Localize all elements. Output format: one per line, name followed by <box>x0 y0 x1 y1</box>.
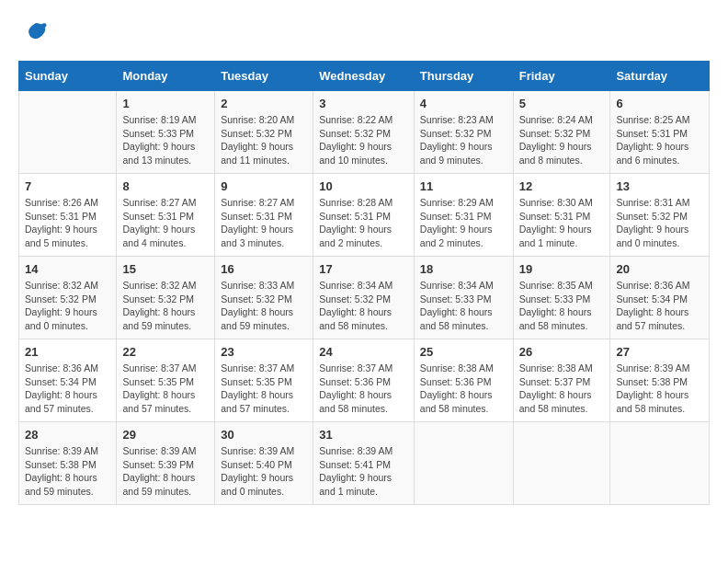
day-number: 26 <box>519 345 605 359</box>
day-cell: 14 Sunrise: 8:32 AMSunset: 5:32 PMDaylig… <box>19 257 117 339</box>
day-number: 25 <box>420 345 507 359</box>
day-cell: 24 Sunrise: 8:37 AMSunset: 5:36 PMDaylig… <box>313 339 415 422</box>
day-info: Sunrise: 8:39 AMSunset: 5:40 PMDaylight:… <box>221 444 307 499</box>
day-info: Sunrise: 8:32 AMSunset: 5:32 PMDaylight:… <box>25 279 110 333</box>
day-number: 2 <box>221 97 307 110</box>
day-number: 27 <box>616 345 703 359</box>
day-cell <box>19 91 117 174</box>
day-cell: 12 Sunrise: 8:30 AMSunset: 5:31 PMDaylig… <box>513 174 610 257</box>
day-number: 12 <box>519 179 605 193</box>
day-cell: 4 Sunrise: 8:23 AMSunset: 5:32 PMDayligh… <box>414 91 513 174</box>
day-info: Sunrise: 8:28 AMSunset: 5:31 PMDaylight:… <box>319 196 408 250</box>
header-cell-wednesday: Wednesday <box>313 62 415 91</box>
day-number: 6 <box>616 97 703 110</box>
day-cell: 21 Sunrise: 8:36 AMSunset: 5:34 PMDaylig… <box>19 339 117 422</box>
header-row: SundayMondayTuesdayWednesdayThursdayFrid… <box>19 62 710 91</box>
week-row-2: 7 Sunrise: 8:26 AMSunset: 5:31 PMDayligh… <box>19 174 710 257</box>
day-info: Sunrise: 8:35 AMSunset: 5:33 PMDaylight:… <box>519 279 605 333</box>
day-number: 1 <box>122 97 209 110</box>
day-cell: 10 Sunrise: 8:28 AMSunset: 5:31 PMDaylig… <box>313 174 415 257</box>
page-header <box>18 18 710 52</box>
day-info: Sunrise: 8:34 AMSunset: 5:33 PMDaylight:… <box>420 279 507 333</box>
day-info: Sunrise: 8:37 AMSunset: 5:35 PMDaylight:… <box>221 362 307 416</box>
day-info: Sunrise: 8:39 AMSunset: 5:38 PMDaylight:… <box>25 444 110 499</box>
day-cell: 27 Sunrise: 8:39 AMSunset: 5:38 PMDaylig… <box>610 339 710 422</box>
day-cell <box>414 422 513 505</box>
day-number: 14 <box>25 262 110 276</box>
day-cell: 19 Sunrise: 8:35 AMSunset: 5:33 PMDaylig… <box>513 257 610 339</box>
day-cell <box>513 422 610 505</box>
day-info: Sunrise: 8:30 AMSunset: 5:31 PMDaylight:… <box>519 196 605 250</box>
day-cell: 29 Sunrise: 8:39 AMSunset: 5:39 PMDaylig… <box>117 422 215 505</box>
day-info: Sunrise: 8:31 AMSunset: 5:32 PMDaylight:… <box>616 196 703 250</box>
day-number: 30 <box>221 428 307 442</box>
day-number: 9 <box>221 179 307 193</box>
day-cell: 26 Sunrise: 8:38 AMSunset: 5:37 PMDaylig… <box>513 339 610 422</box>
day-number: 11 <box>420 179 507 193</box>
day-cell: 15 Sunrise: 8:32 AMSunset: 5:32 PMDaylig… <box>117 257 215 339</box>
day-info: Sunrise: 8:39 AMSunset: 5:38 PMDaylight:… <box>616 362 703 416</box>
day-cell: 31 Sunrise: 8:39 AMSunset: 5:41 PMDaylig… <box>313 422 415 505</box>
day-cell: 9 Sunrise: 8:27 AMSunset: 5:31 PMDayligh… <box>215 174 313 257</box>
day-number: 28 <box>25 428 110 442</box>
logo-bird-icon <box>22 18 50 52</box>
calendar-header: SundayMondayTuesdayWednesdayThursdayFrid… <box>19 62 710 91</box>
day-number: 17 <box>319 262 408 276</box>
day-info: Sunrise: 8:24 AMSunset: 5:32 PMDaylight:… <box>519 113 605 167</box>
day-number: 4 <box>420 97 507 110</box>
day-number: 23 <box>221 345 307 359</box>
day-cell: 16 Sunrise: 8:33 AMSunset: 5:32 PMDaylig… <box>215 257 313 339</box>
day-number: 3 <box>319 97 408 110</box>
logo <box>18 18 50 52</box>
week-row-4: 21 Sunrise: 8:36 AMSunset: 5:34 PMDaylig… <box>19 339 710 422</box>
day-info: Sunrise: 8:33 AMSunset: 5:32 PMDaylight:… <box>221 279 307 333</box>
day-number: 29 <box>122 428 209 442</box>
day-info: Sunrise: 8:25 AMSunset: 5:31 PMDaylight:… <box>616 113 703 167</box>
calendar-table: SundayMondayTuesdayWednesdayThursdayFrid… <box>18 61 710 505</box>
day-cell: 3 Sunrise: 8:22 AMSunset: 5:32 PMDayligh… <box>313 91 415 174</box>
day-info: Sunrise: 8:27 AMSunset: 5:31 PMDaylight:… <box>122 196 209 250</box>
day-cell: 11 Sunrise: 8:29 AMSunset: 5:31 PMDaylig… <box>414 174 513 257</box>
day-number: 7 <box>25 179 110 193</box>
day-number: 19 <box>519 262 605 276</box>
day-info: Sunrise: 8:38 AMSunset: 5:36 PMDaylight:… <box>420 362 507 416</box>
day-info: Sunrise: 8:38 AMSunset: 5:37 PMDaylight:… <box>519 362 605 416</box>
day-number: 31 <box>319 428 408 442</box>
day-cell: 25 Sunrise: 8:38 AMSunset: 5:36 PMDaylig… <box>414 339 513 422</box>
day-cell: 30 Sunrise: 8:39 AMSunset: 5:40 PMDaylig… <box>215 422 313 505</box>
calendar-body: 1 Sunrise: 8:19 AMSunset: 5:33 PMDayligh… <box>19 91 710 505</box>
day-cell: 23 Sunrise: 8:37 AMSunset: 5:35 PMDaylig… <box>215 339 313 422</box>
day-number: 16 <box>221 262 307 276</box>
week-row-3: 14 Sunrise: 8:32 AMSunset: 5:32 PMDaylig… <box>19 257 710 339</box>
week-row-5: 28 Sunrise: 8:39 AMSunset: 5:38 PMDaylig… <box>19 422 710 505</box>
day-cell: 22 Sunrise: 8:37 AMSunset: 5:35 PMDaylig… <box>117 339 215 422</box>
day-number: 5 <box>519 97 605 110</box>
day-info: Sunrise: 8:19 AMSunset: 5:33 PMDaylight:… <box>122 113 209 167</box>
day-info: Sunrise: 8:36 AMSunset: 5:34 PMDaylight:… <box>616 279 703 333</box>
day-info: Sunrise: 8:29 AMSunset: 5:31 PMDaylight:… <box>420 196 507 250</box>
day-number: 13 <box>616 179 703 193</box>
day-info: Sunrise: 8:39 AMSunset: 5:41 PMDaylight:… <box>319 444 408 499</box>
day-number: 8 <box>122 179 209 193</box>
day-info: Sunrise: 8:37 AMSunset: 5:36 PMDaylight:… <box>319 362 408 416</box>
day-cell: 6 Sunrise: 8:25 AMSunset: 5:31 PMDayligh… <box>610 91 710 174</box>
day-cell: 8 Sunrise: 8:27 AMSunset: 5:31 PMDayligh… <box>117 174 215 257</box>
day-cell: 20 Sunrise: 8:36 AMSunset: 5:34 PMDaylig… <box>610 257 710 339</box>
header-cell-thursday: Thursday <box>414 62 513 91</box>
header-cell-tuesday: Tuesday <box>215 62 313 91</box>
header-cell-sunday: Sunday <box>19 62 117 91</box>
day-cell: 28 Sunrise: 8:39 AMSunset: 5:38 PMDaylig… <box>19 422 117 505</box>
day-number: 21 <box>25 345 110 359</box>
header-cell-friday: Friday <box>513 62 610 91</box>
day-info: Sunrise: 8:37 AMSunset: 5:35 PMDaylight:… <box>122 362 209 416</box>
day-cell: 13 Sunrise: 8:31 AMSunset: 5:32 PMDaylig… <box>610 174 710 257</box>
day-number: 10 <box>319 179 408 193</box>
day-info: Sunrise: 8:27 AMSunset: 5:31 PMDaylight:… <box>221 196 307 250</box>
header-cell-monday: Monday <box>117 62 215 91</box>
day-cell: 18 Sunrise: 8:34 AMSunset: 5:33 PMDaylig… <box>414 257 513 339</box>
day-cell: 17 Sunrise: 8:34 AMSunset: 5:32 PMDaylig… <box>313 257 415 339</box>
day-info: Sunrise: 8:39 AMSunset: 5:39 PMDaylight:… <box>122 444 209 499</box>
day-number: 22 <box>122 345 209 359</box>
day-cell: 5 Sunrise: 8:24 AMSunset: 5:32 PMDayligh… <box>513 91 610 174</box>
day-cell: 2 Sunrise: 8:20 AMSunset: 5:32 PMDayligh… <box>215 91 313 174</box>
